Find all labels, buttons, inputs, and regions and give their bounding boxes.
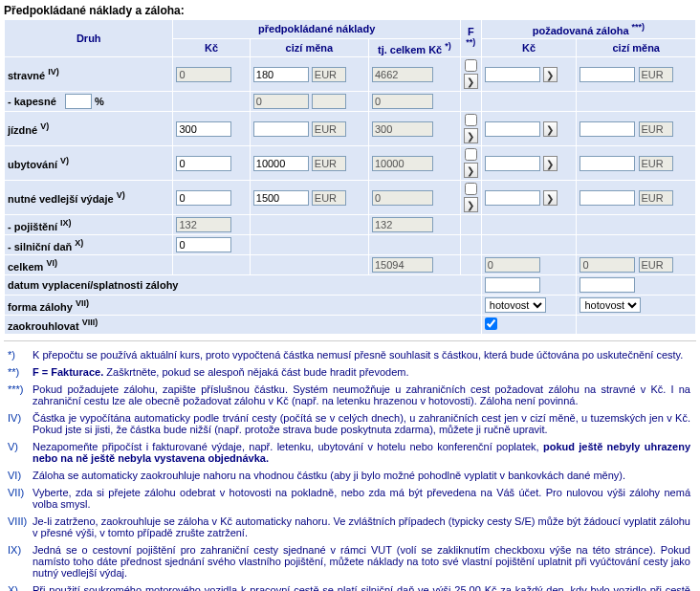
footnotes: *)K přepočtu se používá aktuální kurs, p… (4, 345, 696, 591)
note-text: Vyberte, zda si přejete zálohu odebrat v… (31, 485, 694, 512)
nutne-zcur (639, 190, 673, 206)
note-text: Při použití soukromého motorového vozidl… (31, 582, 694, 591)
row-forma: forma zálohy VII) hotovost hotovost (5, 296, 696, 316)
kapesne-cm (253, 94, 309, 109)
silnicni-kc[interactable] (176, 237, 231, 252)
note-marker: VIII) (6, 514, 29, 540)
nutne-f[interactable] (465, 183, 477, 195)
celkem-zkc (485, 257, 540, 273)
row-kapesne: - kapesné % (5, 92, 696, 112)
pojisteni-tot (372, 217, 433, 232)
note-marker: **) (6, 364, 29, 380)
nutne-zkc[interactable] (485, 190, 540, 206)
stravne-cm[interactable] (253, 67, 309, 82)
row-ubytovani: ubytování V) ❯ ❯ (5, 146, 696, 181)
hdr-predp: předpokládané náklady (173, 20, 460, 39)
hdr-druh: Druh (5, 20, 173, 57)
kapesne-cur (312, 94, 346, 109)
nutne-btn2[interactable]: ❯ (543, 190, 558, 206)
nutne-kc[interactable] (176, 190, 231, 206)
celkem-zcur (639, 257, 673, 273)
ubytovani-zcm[interactable] (580, 156, 635, 171)
stravne-btn2[interactable]: ❯ (543, 67, 558, 82)
stravne-kc (176, 67, 231, 82)
hdr-f: F **) (460, 20, 481, 57)
note-marker: VI) (6, 468, 29, 483)
hdr-cizi2: cizí měna (577, 38, 696, 57)
zaokr-check[interactable] (485, 317, 497, 330)
row-nutne: nutné vedlejší výdaje V) ❯ ❯ (5, 181, 696, 215)
celkem-tot (372, 257, 433, 273)
forma-select-kc[interactable]: hotovost (485, 297, 546, 313)
row-jizdne: jízdné V) ❯ ❯ (5, 112, 696, 146)
note-marker: IX) (6, 542, 29, 580)
ubytovani-tot (372, 156, 433, 171)
jizdne-cur (312, 121, 346, 137)
ubytovani-f[interactable] (465, 148, 477, 161)
jizdne-f[interactable] (465, 114, 477, 126)
ubytovani-cm[interactable] (253, 156, 309, 171)
hdr-pozadovana: požadovaná záloha ***) (481, 20, 695, 39)
note-text: K přepočtu se používá aktuální kurs, pro… (31, 347, 694, 362)
nutne-zcm[interactable] (580, 190, 635, 206)
jizdne-zkc[interactable] (485, 121, 540, 137)
hdr-kc2: Kč (481, 38, 577, 57)
row-pojisteni: - pojištění IX) (5, 215, 696, 235)
note-marker: ***) (6, 382, 29, 408)
pojisteni-kc (176, 217, 231, 232)
kapesne-pct[interactable] (65, 94, 92, 109)
jizdne-tot (372, 121, 433, 137)
stravne-zcm[interactable] (580, 67, 635, 82)
ubytovani-cur (312, 156, 346, 171)
datum-cm[interactable] (580, 277, 635, 293)
stravne-zkc[interactable] (485, 67, 540, 82)
nutne-cur (312, 190, 346, 206)
jizdne-cm[interactable] (253, 121, 309, 137)
ubytovani-kc[interactable] (176, 156, 231, 171)
jizdne-zcur (639, 121, 673, 137)
section-title: Předpokládané náklady a záloha: (4, 4, 696, 17)
stravne-tot (372, 67, 433, 82)
note-text: Jedná se o cestovní pojištění pro zahran… (31, 542, 694, 580)
note-text: Částka je vypočítána automaticky podle t… (31, 410, 694, 437)
note-marker: *) (6, 347, 29, 362)
nutne-tot (372, 190, 433, 206)
jizdne-zcm[interactable] (580, 121, 635, 137)
note-text: Záloha se automaticky zaokrouhluje nahor… (31, 468, 694, 483)
note-text: Je-li zatrženo, zaokrouhluje se záloha v… (31, 514, 694, 540)
row-silnicni: - silniční daň X) (5, 235, 696, 255)
hdr-tjcelkem: tj. celkem Kč *) (368, 38, 460, 57)
row-datum: datum vyplacení/splatnosti zálohy (5, 275, 696, 296)
datum-kc[interactable] (485, 277, 540, 293)
row-celkem: celkem VI) (5, 255, 696, 275)
row-stravne: stravné IV) ❯ ❯ (5, 57, 696, 92)
stravne-zcur (639, 67, 673, 82)
jizdne-btn2[interactable]: ❯ (543, 121, 558, 137)
kapesne-tot (372, 94, 433, 109)
row-zaokr: zaokrouhlovat VIII) (5, 316, 696, 335)
costs-table: Druh předpokládané náklady F **) požadov… (4, 19, 696, 335)
hdr-cizi: cizí měna (250, 38, 368, 57)
note-text: Nezapomeňte připočíst i fakturované výda… (31, 439, 694, 466)
stravne-cur (312, 67, 346, 82)
jizdne-btn1[interactable]: ❯ (464, 128, 478, 143)
note-marker: X) (6, 582, 29, 591)
celkem-zcm (580, 257, 635, 273)
forma-select-cm[interactable]: hotovost (580, 297, 641, 313)
note-text: F = Fakturace. Zaškrtněte, pokud se ales… (31, 364, 694, 380)
ubytovani-btn1[interactable]: ❯ (464, 163, 478, 178)
nutne-btn1[interactable]: ❯ (464, 197, 478, 212)
note-marker: V) (6, 439, 29, 466)
stravne-btn1[interactable]: ❯ (464, 74, 478, 89)
note-marker: IV) (6, 410, 29, 437)
ubytovani-zcur (639, 156, 673, 171)
jizdne-kc[interactable] (176, 121, 231, 137)
note-marker: VII) (6, 485, 29, 512)
stravne-f[interactable] (465, 59, 477, 72)
hdr-kc: Kč (173, 38, 250, 57)
ubytovani-zkc[interactable] (485, 156, 540, 171)
note-text: Pokud požadujete zálohu, zapište přísluš… (31, 382, 694, 408)
nutne-cm[interactable] (253, 190, 309, 206)
ubytovani-btn2[interactable]: ❯ (543, 156, 558, 171)
